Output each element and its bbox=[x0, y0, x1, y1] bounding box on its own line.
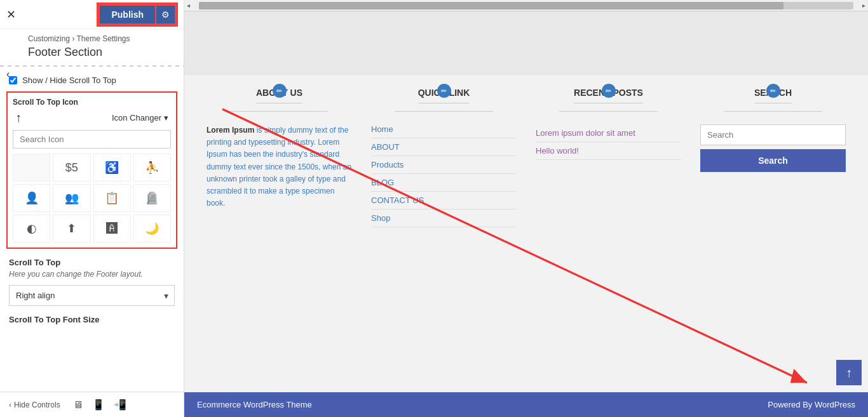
col-divider-recent bbox=[559, 111, 658, 112]
gear-button[interactable]: ⚙ bbox=[156, 4, 176, 25]
icon-cell-10[interactable]: 🅰 bbox=[93, 215, 131, 242]
search-icon-input[interactable] bbox=[13, 130, 171, 149]
scroll-left-arrow[interactable]: ◂ bbox=[184, 2, 193, 9]
scroll-thumb bbox=[199, 2, 783, 10]
search-preview-input[interactable] bbox=[700, 124, 846, 145]
search-preview-button[interactable]: Search bbox=[700, 149, 846, 172]
unknown-printer-link[interactable]: unknown printer bbox=[207, 175, 261, 183]
icon-cell-5[interactable]: 👥 bbox=[53, 184, 90, 212]
quick-link-list: Home ABOUT Products BLOG CONTACT US Shop bbox=[371, 124, 517, 227]
recent-post-item: Hello world! bbox=[536, 142, 681, 160]
footer-col-about: ✏ ABOUT US bbox=[197, 88, 362, 118]
close-icon[interactable]: ✕ bbox=[6, 8, 16, 22]
icon-cell-6[interactable]: 📋 bbox=[93, 184, 131, 212]
about-text: Lorem Ipsum is simply dummy text of the … bbox=[207, 124, 352, 209]
footer-col-search: ✏ SEARCH bbox=[691, 88, 855, 118]
device-icons: 🖥 📱 📲 bbox=[73, 399, 126, 411]
edit-icon-quicklink[interactable]: ✏ bbox=[437, 84, 451, 98]
recent-posts-content: Lorem ipsum dolor sit amet Hello world! bbox=[526, 118, 691, 234]
font-size-label: Scroll To Top Font Size bbox=[0, 312, 184, 327]
icon-cell-1[interactable]: $5 bbox=[53, 154, 90, 182]
list-item[interactable]: ABOUT bbox=[371, 138, 517, 156]
col-divider-search bbox=[724, 111, 822, 112]
edit-icon-recent[interactable]: ✏ bbox=[602, 84, 616, 98]
back-button[interactable]: ‹ bbox=[6, 69, 10, 80]
up-arrow-icon: ↑ bbox=[15, 110, 22, 125]
show-hide-row[interactable]: Show / Hide Scroll To Top bbox=[0, 72, 184, 89]
icon-cell-8[interactable]: ◐ bbox=[13, 215, 50, 242]
scroll-divider bbox=[0, 65, 184, 67]
icon-cell-3[interactable]: ⛹ bbox=[133, 154, 171, 182]
alignment-select[interactable]: Right align Left align Center align bbox=[9, 285, 175, 306]
breadcrumb: Customizing › Theme Settings bbox=[19, 29, 184, 43]
preview-scroll-bar: ◂ ▸ bbox=[184, 0, 868, 11]
list-item[interactable]: Shop bbox=[371, 209, 517, 227]
list-item[interactable]: Home bbox=[371, 124, 517, 138]
publish-button[interactable]: Publish bbox=[98, 4, 156, 25]
panel-title: Footer Section bbox=[19, 43, 184, 65]
edit-icon-about[interactable]: ✏ bbox=[273, 84, 287, 98]
footer-header-row: ✏ ABOUT US ✏ QUICK LINK ✏ RECENT POSTS ✏… bbox=[184, 75, 868, 118]
section-label: Scroll To Top Icon bbox=[13, 98, 171, 107]
search-content: Search bbox=[691, 118, 855, 234]
icon-grid: $5 ♿ ⛹ 👤 👥 📋 🪦 ◐ ⬆ 🅰 🌙 bbox=[13, 154, 171, 242]
alignment-select-wrapper[interactable]: Right align Left align Center align ▾ bbox=[9, 285, 175, 306]
edit-icon-search[interactable]: ✏ bbox=[766, 84, 780, 98]
col-divider-quicklink bbox=[395, 111, 493, 112]
icon-changer-row: ↑ Icon Changer ▾ bbox=[13, 110, 171, 125]
hide-controls-label: Hide Controls bbox=[14, 400, 60, 409]
hide-controls-button[interactable]: ‹ Hide Controls bbox=[9, 400, 60, 409]
scroll-to-top-icon-section: Scroll To Top Icon ↑ Icon Changer ▾ $5 ♿… bbox=[6, 91, 177, 249]
about-us-content: Lorem Ipsum is simply dummy text of the … bbox=[197, 118, 362, 234]
scroll-track[interactable] bbox=[199, 2, 853, 10]
scroll-to-top-label: Scroll To Top bbox=[0, 251, 184, 270]
scroll-to-top-desc: Here you can change the Footer layout. bbox=[0, 270, 184, 282]
preview-gray-area bbox=[184, 11, 868, 75]
desktop-icon[interactable]: 🖥 bbox=[73, 399, 83, 411]
icon-changer-label: Icon Changer bbox=[112, 113, 161, 122]
footer-bottom-right: Powered By WordPress bbox=[768, 400, 855, 409]
scroll-right-arrow[interactable]: ▸ bbox=[860, 2, 868, 9]
mobile-icon[interactable]: 📲 bbox=[114, 399, 126, 411]
icon-cell-9[interactable]: ⬆ bbox=[53, 215, 90, 242]
recent-post-item: Lorem ipsum dolor sit amet bbox=[536, 124, 681, 142]
scroll-to-top-button[interactable]: ↑ bbox=[836, 360, 862, 385]
icon-cell-4[interactable]: 👤 bbox=[13, 184, 50, 212]
footer-columns-content: Lorem Ipsum is simply dummy text of the … bbox=[184, 118, 868, 234]
footer-preview: ✏ ABOUT US ✏ QUICK LINK ✏ RECENT POSTS ✏… bbox=[184, 75, 868, 417]
top-bar: ✕ Publish ⚙ bbox=[0, 0, 184, 29]
icon-cell-2[interactable]: ♿ bbox=[93, 154, 131, 182]
icon-cell-11[interactable]: 🌙 bbox=[133, 215, 171, 242]
left-arrow-icon: ‹ bbox=[9, 400, 11, 409]
footer-bottom-bar: Ecommerce WordPress Theme Powered By Wor… bbox=[184, 392, 868, 417]
footer-col-recent: ✏ RECENT POSTS bbox=[526, 88, 691, 118]
tablet-icon[interactable]: 📱 bbox=[92, 399, 105, 411]
right-panel: ◂ ▸ ✏ ABOUT US ✏ QUICK LINK ✏ bbox=[184, 0, 868, 417]
list-item[interactable]: CONTACT US bbox=[371, 192, 517, 209]
list-item[interactable]: BLOG bbox=[371, 174, 517, 192]
bottom-bar: ‹ Hide Controls 🖥 📱 📲 bbox=[0, 392, 184, 417]
icon-changer-dropdown[interactable]: Icon Changer ▾ bbox=[112, 113, 168, 122]
footer-col-quicklink: ✏ QUICK LINK bbox=[362, 88, 526, 118]
left-panel: ✕ Publish ⚙ ‹ Customizing › Theme Settin… bbox=[0, 0, 184, 417]
publish-box: Publish ⚙ bbox=[97, 3, 177, 26]
show-hide-label: Show / Hide Scroll To Top bbox=[22, 76, 116, 85]
footer-bottom-left: Ecommerce WordPress Theme bbox=[197, 400, 312, 409]
chevron-down-icon: ▾ bbox=[164, 113, 168, 122]
list-item[interactable]: Products bbox=[371, 156, 517, 174]
quick-link-content: Home ABOUT Products BLOG CONTACT US Shop bbox=[362, 118, 526, 234]
show-hide-checkbox[interactable] bbox=[9, 76, 17, 84]
icon-cell-7[interactable]: 🪦 bbox=[133, 184, 171, 212]
icon-cell-empty[interactable] bbox=[13, 154, 50, 182]
col-divider-about bbox=[230, 111, 329, 112]
